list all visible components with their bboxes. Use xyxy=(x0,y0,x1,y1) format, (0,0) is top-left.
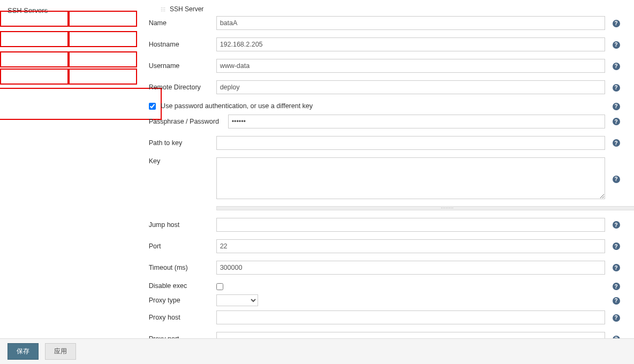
help-icon[interactable]: ? xyxy=(613,103,620,110)
username-label: Username xyxy=(149,62,216,70)
legend-text: SSH Server xyxy=(170,5,203,13)
pathkey-input[interactable] xyxy=(216,136,605,150)
remotedir-input[interactable] xyxy=(216,80,605,94)
port-label: Port xyxy=(149,242,216,250)
highlight-box xyxy=(67,69,137,85)
section-title: SSH Servers xyxy=(7,5,147,14)
help-icon[interactable]: ? xyxy=(613,283,620,290)
help-icon[interactable]: ? xyxy=(613,221,620,229)
key-label: Key xyxy=(149,157,216,165)
ssh-server-form: SSH Server Name ? Hostname ? Username ? xyxy=(149,5,620,364)
save-button[interactable]: 保存 xyxy=(7,343,39,360)
drag-handle[interactable] xyxy=(216,206,634,210)
highlight-box xyxy=(0,31,70,47)
highlight-box xyxy=(67,31,137,47)
port-input[interactable] xyxy=(216,239,605,253)
help-icon[interactable]: ? xyxy=(613,139,620,147)
apply-button[interactable]: 应用 xyxy=(45,343,76,360)
usepass-checkbox[interactable] xyxy=(149,103,156,110)
highlight-box xyxy=(0,69,70,85)
disexec-label: Disable exec xyxy=(149,282,216,290)
help-icon[interactable]: ? xyxy=(613,264,620,271)
proxyhost-input[interactable] xyxy=(216,310,605,324)
name-input[interactable] xyxy=(216,16,605,30)
jumphost-label: Jump host xyxy=(149,221,216,229)
key-textarea[interactable] xyxy=(216,157,605,199)
jumphost-input[interactable] xyxy=(216,218,605,232)
help-icon[interactable]: ? xyxy=(613,242,620,250)
timeout-label: Timeout (ms) xyxy=(149,264,216,271)
highlight-box xyxy=(0,51,70,67)
username-input[interactable] xyxy=(216,59,605,73)
disexec-checkbox[interactable] xyxy=(216,283,223,290)
pathkey-label: Path to key xyxy=(149,139,216,147)
grip-icon[interactable] xyxy=(161,7,166,12)
proxytype-label: Proxy type xyxy=(149,297,216,304)
highlight-box xyxy=(0,88,162,120)
name-label: Name xyxy=(149,19,216,27)
password-input[interactable] xyxy=(228,115,605,128)
hostname-input[interactable] xyxy=(216,37,605,51)
usepass-label: Use password authentication, or use a di… xyxy=(161,102,313,110)
remotedir-label: Remote Directory xyxy=(149,84,216,91)
help-icon[interactable]: ? xyxy=(613,20,620,27)
help-icon[interactable]: ? xyxy=(613,314,620,322)
hostname-label: Hostname xyxy=(149,41,216,48)
password-label: Passphrase / Password xyxy=(149,118,228,125)
help-icon[interactable]: ? xyxy=(613,63,620,70)
help-icon[interactable]: ? xyxy=(613,118,620,125)
help-icon[interactable]: ? xyxy=(613,41,620,49)
help-icon[interactable]: ? xyxy=(613,176,620,183)
help-icon[interactable]: ? xyxy=(613,84,620,92)
footer: 保存 应用 xyxy=(0,338,634,364)
help-icon[interactable]: ? xyxy=(613,297,620,305)
proxytype-select[interactable] xyxy=(216,294,258,306)
proxyhost-label: Proxy host xyxy=(149,314,216,321)
form-legend: SSH Server xyxy=(149,5,620,13)
highlight-box xyxy=(67,51,137,67)
timeout-input[interactable] xyxy=(216,261,605,275)
